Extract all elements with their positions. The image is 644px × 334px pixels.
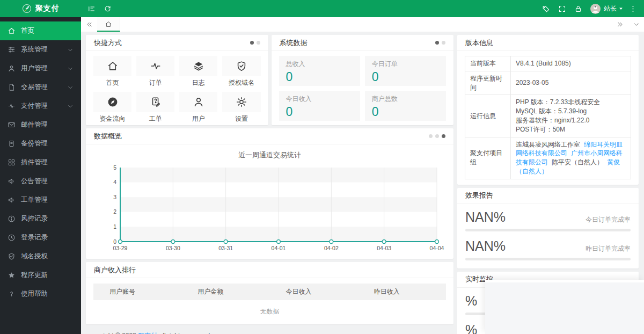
carousel-dot[interactable] [257, 41, 260, 45]
more-menu-icon[interactable] [625, 0, 641, 17]
sidebar-item-6[interactable]: 备份管理 [0, 134, 81, 153]
speaker-icon [8, 177, 16, 185]
shortcut-gear[interactable]: 设置 [222, 92, 260, 124]
stat-value: 0 [372, 105, 439, 119]
chevron-down-icon [67, 103, 74, 110]
shortcuts-card-title: 快捷方式 [94, 38, 122, 48]
version-row-value: 连城县凌风网络工作室绵阳耳关明皿网络科技有限公司广州市小周网络科技有限公司陈平安… [511, 137, 631, 179]
data-overview-card: 数据概览 近一周通道交易统计 01234503-2903-3003-3104-0… [86, 128, 453, 259]
sidebar-item-label: 风控记录 [21, 214, 48, 223]
compass-icon [93, 92, 131, 112]
version-info-card: 版本信息 当前版本V8.4.1 (Build 1085)程序更新时间2023-0… [457, 35, 639, 185]
grid-icon [8, 158, 16, 166]
star-icon [8, 271, 16, 279]
tab-home[interactable] [97, 17, 120, 32]
sidebar-item-12[interactable]: 域名授权 [0, 247, 81, 266]
carousel-dot[interactable] [435, 134, 439, 138]
shortcut-layers[interactable]: 日志 [179, 56, 217, 88]
sidebar-item-3[interactable]: 交易管理 [0, 78, 81, 97]
version-row-label: 聚支付项目组 [465, 137, 511, 179]
sidebar-item-10[interactable]: 风控记录 [0, 209, 81, 228]
carousel-dot[interactable] [435, 41, 439, 45]
refresh-icon[interactable] [99, 0, 115, 17]
meter-label: 昨日订单完成率 [586, 244, 631, 253]
user-icon [179, 92, 217, 112]
effect-report-meters: NAN%今日订单完成率NAN%昨日订单完成率 [457, 204, 639, 268]
carousel-dot[interactable] [442, 41, 445, 45]
shortcut-home[interactable]: 首页 [93, 56, 131, 88]
brand[interactable]: 聚支付 [0, 4, 81, 13]
ranking-table: 用户账号用户金额今日收入昨日收入 无数据 [93, 284, 446, 324]
tab-bar [81, 17, 644, 32]
carousel-dot[interactable] [429, 134, 433, 138]
version-row-label: 运行信息 [465, 95, 511, 137]
tag-icon[interactable] [538, 0, 554, 17]
version-row-label: 当前版本 [465, 56, 511, 71]
sidebar-item-label: 插件管理 [21, 158, 48, 167]
sidebar-item-5[interactable]: 邮件管理 [0, 115, 81, 134]
shortcut-label: 首页 [93, 78, 131, 88]
meter-row: NAN%昨日订单完成率 [465, 238, 631, 260]
footer-copyright: copyright © 2023 聚支付 all rights reserved… [87, 331, 452, 334]
sidebar-item-1[interactable]: 系统管理 [0, 40, 81, 59]
sidebar-item-13[interactable]: 程序更新 [0, 266, 81, 285]
ranking-empty-text: 无数据 [93, 300, 446, 324]
sidebar-item-0[interactable]: 首页 [0, 21, 81, 40]
sidebar-item-8[interactable]: 公告管理 [0, 172, 81, 191]
shortcut-label: 日志 [179, 78, 217, 88]
system-data-card-title: 系统数据 [280, 38, 308, 48]
sidebar-item-7[interactable]: 插件管理 [0, 153, 81, 172]
version-info-line: MySQL 版本：5.7.39-log [516, 107, 626, 116]
fullscreen-icon[interactable] [554, 0, 570, 17]
stat-label: 今日收入 [286, 95, 353, 104]
shortcut-compass[interactable]: 资金流向 [93, 92, 131, 124]
shortcut-activity[interactable]: 订单 [136, 56, 174, 88]
shortcut-user[interactable]: 用户 [179, 92, 217, 124]
svg-text:1: 1 [113, 223, 116, 230]
effect-report-card: 效果报告 NAN%今日订单完成率NAN%昨日订单完成率 [457, 188, 639, 268]
gear-icon [222, 92, 260, 112]
chevron-down-icon [67, 84, 74, 91]
carousel-dot[interactable] [250, 41, 254, 45]
collapse-sidebar-icon[interactable] [83, 0, 99, 17]
lock-icon[interactable] [570, 0, 586, 17]
sidebar-item-11[interactable]: 登录记录 [0, 228, 81, 247]
shortcut-workorder[interactable]: 工单 [136, 92, 174, 124]
user-dropdown-caret-icon[interactable] [617, 5, 625, 12]
shortcuts-carousel-dots [250, 41, 260, 45]
version-info-row: 程序更新时间2023-03-05 [465, 71, 631, 95]
sidebar-item-4[interactable]: 支付管理 [0, 97, 81, 115]
avatar[interactable] [590, 4, 601, 14]
version-row-value: PHP 版本：7.2.33非线程安全MySQL 版本：5.7.39-log服务器… [511, 95, 631, 137]
workorder-icon [136, 92, 174, 112]
footer-brand-link[interactable]: 聚支付 [138, 332, 157, 334]
file2-icon [8, 140, 16, 148]
tabs-scroll-right-icon[interactable] [612, 17, 628, 32]
tabs-scroll-left-icon[interactable] [81, 17, 97, 32]
meter-value: NAN% [465, 209, 506, 225]
carousel-dot[interactable] [442, 134, 445, 138]
sidebar-item-label: 公告管理 [21, 177, 48, 186]
user-icon [8, 64, 16, 72]
svg-text:04-03: 04-03 [377, 245, 391, 251]
navbar-left-actions [83, 0, 115, 17]
bottom-right-popup-panel [485, 280, 644, 334]
sidebar-item-label: 工单管理 [21, 195, 48, 205]
shortcut-shield-check[interactable]: 授权域名 [222, 56, 260, 88]
sidebar-item-14[interactable]: 使用帮助 [0, 285, 81, 303]
version-info-line: 服务器软件：nginx/1.22.0 [516, 116, 626, 125]
home-tab-icon [105, 20, 112, 28]
shortcut-label: 工单 [136, 114, 174, 124]
version-row-value: 2023-03-05 [511, 71, 631, 95]
tabs-menu-icon[interactable] [628, 17, 644, 32]
sidebar-item-label: 支付管理 [21, 101, 48, 111]
username[interactable]: 站长 [604, 4, 617, 13]
meter-progress-bar [465, 258, 631, 260]
svg-text:4: 4 [113, 179, 116, 185]
sidebar-item-9[interactable]: 工单管理 [0, 191, 81, 209]
version-info-row: 当前版本V8.4.1 (Build 1085) [465, 56, 631, 71]
version-info-table: 当前版本V8.4.1 (Build 1085)程序更新时间2023-03-05运… [465, 56, 631, 179]
info-icon [8, 215, 16, 223]
sidebar-item-2[interactable]: 用户管理 [0, 59, 81, 78]
shortcuts-card: 快捷方式 首页订单日志授权域名资金流向工单用户设置 [86, 35, 268, 125]
